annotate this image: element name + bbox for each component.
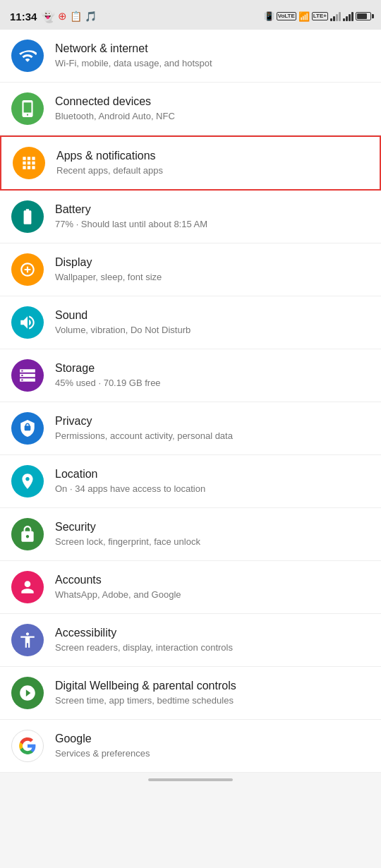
settings-item-privacy[interactable]: Privacy Permissions, account activity, p… — [0, 402, 381, 455]
security-text: Security Screen lock, fingerprint, face … — [55, 520, 370, 548]
app-icon-3: 📋 — [70, 11, 82, 22]
signal-bars-1 — [330, 11, 341, 21]
apps-text: Apps & notifications Recent apps, defaul… — [56, 149, 368, 177]
google-icon-circle — [11, 730, 44, 762]
privacy-text: Privacy Permissions, account activity, p… — [55, 414, 370, 442]
settings-item-accessibility[interactable]: Accessibility Screen readers, display, i… — [0, 614, 381, 667]
sound-icon — [18, 313, 37, 332]
accounts-icon-circle — [11, 571, 44, 603]
devices-icon — [18, 100, 37, 118]
settings-item-accounts[interactable]: Accounts WhatsApp, Adobe, and Google — [0, 561, 381, 614]
battery-title: Battery — [55, 203, 370, 217]
privacy-icon — [18, 419, 37, 438]
wellbeing-icon — [18, 684, 37, 702]
vibrate-icon: 📳 — [264, 11, 274, 21]
wellbeing-text: Digital Wellbeing & parental controls Sc… — [55, 679, 370, 707]
storage-title: Storage — [55, 361, 370, 376]
privacy-title: Privacy — [55, 414, 370, 429]
settings-item-location[interactable]: Location On · 34 apps have access to loc… — [0, 455, 381, 508]
google-title: Google — [55, 732, 370, 747]
location-icon — [18, 472, 37, 490]
battery-subtitle: 77% · Should last until about 8:15 AM — [55, 219, 370, 231]
settings-item-sound[interactable]: Sound Volume, vibration, Do Not Disturb — [0, 296, 381, 349]
apps-icon — [20, 154, 38, 172]
status-left: 11:34 👻 ⊕ 📋 🎵 — [10, 10, 97, 23]
settings-item-battery[interactable]: Battery 77% · Should last until about 8:… — [0, 191, 381, 243]
settings-item-storage[interactable]: Storage 45% used · 70.19 GB free — [0, 349, 381, 402]
display-icon-circle — [11, 253, 44, 286]
settings-item-connected-devices[interactable]: Connected devices Bluetooth, Android Aut… — [0, 83, 381, 135]
settings-item-display[interactable]: Display Wallpaper, sleep, font size — [0, 243, 381, 296]
settings-list: Network & internet Wi-Fi, mobile, data u… — [0, 30, 381, 773]
settings-item-network[interactable]: Network & internet Wi-Fi, mobile, data u… — [0, 30, 381, 83]
notification-icons: 👻 ⊕ 📋 🎵 — [41, 10, 97, 23]
settings-item-google[interactable]: Google Services & preferences — [0, 720, 381, 773]
battery-settings-icon — [18, 207, 37, 226]
display-text: Display Wallpaper, sleep, font size — [55, 255, 370, 284]
scroll-bar — [148, 778, 233, 781]
connected-devices-icon-circle — [11, 92, 44, 125]
google-subtitle: Services & preferences — [55, 748, 370, 760]
settings-item-security[interactable]: Security Screen lock, fingerprint, face … — [0, 508, 381, 561]
battery-icon-circle — [11, 200, 44, 233]
storage-icon — [18, 366, 37, 385]
accessibility-icon-circle — [11, 624, 44, 656]
security-title: Security — [55, 520, 370, 535]
scroll-indicator — [0, 773, 381, 784]
battery-icon — [356, 12, 371, 20]
security-icon-circle — [11, 518, 44, 550]
settings-item-digital-wellbeing[interactable]: Digital Wellbeing & parental controls Sc… — [0, 667, 381, 720]
accounts-title: Accounts — [55, 573, 370, 588]
sound-icon-circle — [11, 306, 44, 339]
sound-title: Sound — [55, 308, 370, 323]
app-icon-2: ⊕ — [58, 10, 67, 23]
wellbeing-subtitle: Screen time, app timers, bedtime schedul… — [55, 695, 370, 707]
location-icon-circle — [11, 465, 44, 498]
connected-devices-text: Connected devices Bluetooth, Android Aut… — [55, 95, 370, 123]
snapchat-icon: 👻 — [41, 10, 55, 23]
accessibility-subtitle: Screen readers, display, interaction con… — [55, 642, 370, 654]
apps-title: Apps & notifications — [56, 149, 368, 164]
battery-text: Battery 77% · Should last until about 8:… — [55, 203, 370, 231]
status-right: 📳 VoLTE 📶 LTE+ — [264, 11, 371, 22]
google-text: Google Services & preferences — [55, 732, 370, 760]
network-text: Network & internet Wi-Fi, mobile, data u… — [55, 42, 370, 70]
accounts-text: Accounts WhatsApp, Adobe, and Google — [55, 573, 370, 601]
network-title: Network & internet — [55, 42, 370, 56]
location-subtitle: On · 34 apps have access to location — [55, 483, 370, 495]
security-subtitle: Screen lock, fingerprint, face unlock — [55, 536, 370, 548]
status-bar: 11:34 👻 ⊕ 📋 🎵 📳 VoLTE 📶 LTE+ — [0, 0, 381, 30]
signal-bars-2 — [343, 11, 353, 21]
wellbeing-icon-circle — [11, 677, 44, 709]
security-icon — [18, 525, 37, 543]
network-icon-circle — [11, 40, 44, 72]
lte-icon: LTE+ — [312, 12, 328, 20]
storage-icon-circle — [11, 359, 44, 392]
privacy-subtitle: Permissions, account activity, personal … — [55, 430, 370, 442]
accessibility-icon — [18, 631, 37, 649]
location-title: Location — [55, 467, 370, 482]
google-icon — [18, 737, 37, 755]
privacy-icon-circle — [11, 412, 44, 445]
app-icon-4: 🎵 — [85, 11, 97, 22]
wifi-icon: 📶 — [298, 11, 310, 22]
accounts-icon — [18, 578, 37, 596]
wellbeing-title: Digital Wellbeing & parental controls — [55, 679, 370, 694]
wifi-icon — [18, 47, 37, 65]
display-subtitle: Wallpaper, sleep, font size — [55, 272, 370, 284]
accounts-subtitle: WhatsApp, Adobe, and Google — [55, 589, 370, 601]
network-subtitle: Wi-Fi, mobile, data usage, and hotspot — [55, 58, 370, 70]
status-time: 11:34 — [10, 11, 37, 23]
settings-item-apps[interactable]: Apps & notifications Recent apps, defaul… — [0, 135, 381, 191]
apps-subtitle: Recent apps, default apps — [56, 165, 368, 177]
storage-text: Storage 45% used · 70.19 GB free — [55, 361, 370, 390]
accessibility-text: Accessibility Screen readers, display, i… — [55, 626, 370, 654]
sound-text: Sound Volume, vibration, Do Not Disturb — [55, 308, 370, 337]
volte-icon: VoLTE — [277, 12, 296, 20]
display-title: Display — [55, 255, 370, 270]
location-text: Location On · 34 apps have access to loc… — [55, 467, 370, 495]
connected-devices-title: Connected devices — [55, 95, 370, 109]
accessibility-title: Accessibility — [55, 626, 370, 641]
display-icon — [18, 260, 37, 279]
connected-devices-subtitle: Bluetooth, Android Auto, NFC — [55, 111, 370, 123]
